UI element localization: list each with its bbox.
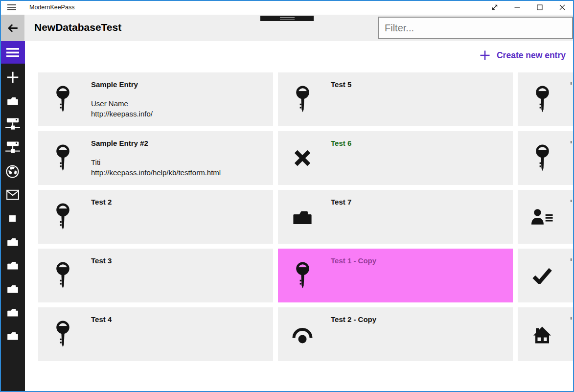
- entry-card-sample-entry[interactable]: Sample EntryUser Namehttp://keepass.info…: [38, 72, 273, 126]
- entry-detail-line: Titi: [91, 157, 221, 167]
- entry-title: Test 5: [331, 80, 351, 89]
- entry-title: Sample Entry: [91, 80, 138, 89]
- sidebar-item-mail-6[interactable]: [0, 183, 25, 207]
- folder-icon: [7, 331, 18, 340]
- entry-details: User Namehttp://keepass.info/: [91, 98, 153, 119]
- network-icon: [5, 117, 20, 131]
- sidebar-item-folder-2[interactable]: [0, 89, 25, 113]
- enter-fullscreen-icon: [491, 3, 499, 11]
- globe-icon: [6, 165, 19, 178]
- drag-handle[interactable]: [260, 16, 314, 21]
- titlebar: ModernKeePass: [0, 0, 574, 15]
- back-button[interactable]: [1, 15, 24, 41]
- entry-title: Sample Entry #2: [91, 139, 148, 147]
- sidebar-item-hamburger-0[interactable]: [0, 41, 25, 64]
- maximize-button[interactable]: [528, 0, 551, 15]
- close-icon: [558, 3, 566, 11]
- entry-title: Test 2: [91, 198, 112, 206]
- entry-details: Titihttp://keepass.info/help/kb/testform…: [91, 157, 221, 178]
- entries-grid: Sample EntryUser Namehttp://keepass.info…: [38, 72, 574, 361]
- window-controls: [483, 0, 574, 15]
- folder-icon: [7, 261, 18, 270]
- plus-icon: [6, 71, 19, 84]
- entry-detail-line: http://keepass.info/help/kb/testform.htm…: [91, 167, 221, 178]
- enter-fullscreen-button[interactable]: [483, 0, 506, 15]
- entry-detail-line: http://keepass.info/: [91, 109, 153, 119]
- entry-title: Test 3: [91, 256, 112, 265]
- entry-card-test-1-copy[interactable]: Test 1 - Copy: [278, 249, 513, 302]
- sidebar-item-network-3[interactable]: [0, 113, 25, 136]
- clipped-title-mark: [571, 258, 572, 261]
- sidebar-item-folder-8[interactable]: [0, 230, 25, 254]
- entry-card-test-2-copy[interactable]: Test 2 - Copy: [278, 307, 513, 361]
- main-content: Create new entry Sample EntryUser Nameht…: [25, 41, 574, 392]
- key-icon: [52, 72, 73, 126]
- entry-card-test-2[interactable]: Test 2: [38, 190, 273, 244]
- entry-detail-line: User Name: [91, 98, 153, 109]
- sidebar-item-folder-11[interactable]: [0, 300, 25, 324]
- app-title: ModernKeePass: [29, 0, 74, 15]
- key-icon: [52, 307, 73, 361]
- entry-card-test-5[interactable]: Test 5: [278, 72, 513, 126]
- sidebar-item-folder-9[interactable]: [0, 254, 25, 277]
- sidebar-item-globe-5[interactable]: [0, 160, 25, 183]
- home-icon: [531, 307, 553, 361]
- network-icon: [5, 141, 20, 155]
- header: NewDatabaseTest: [0, 15, 574, 41]
- sidebar-item-plus-1[interactable]: [0, 66, 25, 89]
- x-icon: [292, 131, 313, 185]
- plus-icon: [480, 50, 490, 61]
- square-icon: [9, 215, 16, 222]
- clipped-title-mark: [571, 200, 572, 202]
- back-arrow-icon: [6, 22, 20, 35]
- hamburger-icon: [6, 48, 19, 57]
- entry-card-test-4[interactable]: Test 4: [38, 307, 273, 361]
- sidebar: [0, 41, 25, 392]
- entry-card-clipped[interactable]: [518, 131, 574, 185]
- clipped-title-mark: [571, 82, 572, 85]
- entry-title: Test 6: [331, 139, 351, 147]
- create-new-entry-button[interactable]: Create new entry: [480, 48, 566, 62]
- key-icon: [292, 249, 313, 302]
- create-new-entry-label: Create new entry: [497, 50, 566, 61]
- sidebar-item-folder-12[interactable]: [0, 324, 25, 347]
- entry-title: Test 2 - Copy: [331, 315, 376, 323]
- key-icon: [52, 131, 73, 185]
- filter-input[interactable]: [378, 17, 573, 39]
- maximize-icon: [536, 3, 544, 11]
- eye-icon: [292, 307, 313, 361]
- folder-icon: [7, 308, 18, 317]
- check-icon: [531, 249, 553, 302]
- key-icon: [52, 190, 73, 244]
- key-icon: [531, 131, 553, 185]
- key-icon: [292, 72, 313, 126]
- sidebar-item-folder-10[interactable]: [0, 277, 25, 300]
- minimize-button[interactable]: [506, 0, 528, 15]
- entry-card-clipped[interactable]: [518, 72, 574, 126]
- folder-icon: [7, 96, 19, 105]
- entry-title: Test 1 - Copy: [331, 256, 376, 265]
- key-icon: [531, 72, 553, 126]
- entry-card-clipped[interactable]: [518, 190, 574, 244]
- entry-card-test-6[interactable]: Test 6: [278, 131, 513, 185]
- entry-title: Test 7: [331, 198, 351, 206]
- entry-card-test-7[interactable]: Test 7: [278, 190, 513, 244]
- contact-icon: [531, 190, 553, 244]
- entry-title: Test 4: [91, 315, 112, 323]
- sidebar-item-network-4[interactable]: [0, 136, 25, 160]
- folder-icon: [292, 190, 313, 244]
- entry-card-clipped[interactable]: [518, 307, 574, 361]
- close-button[interactable]: [551, 0, 574, 15]
- folder-icon: [7, 284, 18, 293]
- minimize-icon: [513, 3, 521, 11]
- entry-card-clipped[interactable]: [518, 249, 574, 302]
- key-icon: [52, 249, 73, 302]
- clipped-title-mark: [571, 141, 572, 143]
- hamburger-icon[interactable]: [7, 4, 16, 10]
- sidebar-item-square-7[interactable]: [0, 207, 25, 230]
- database-title: NewDatabaseTest: [34, 15, 121, 40]
- clipped-title-mark: [571, 317, 572, 320]
- entry-card-sample-entry-2[interactable]: Sample Entry #2Titihttp://keepass.info/h…: [38, 131, 273, 185]
- folder-icon: [7, 237, 18, 246]
- entry-card-test-3[interactable]: Test 3: [38, 249, 273, 302]
